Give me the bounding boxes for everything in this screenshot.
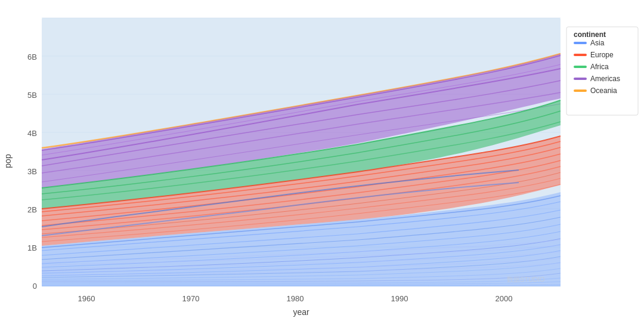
legend-color-americas <box>574 78 587 80</box>
x-axis-label: year <box>293 307 309 317</box>
y-tick-2: 2B <box>27 205 37 214</box>
chart-container: 0 1B 2B 3B 4B 5B 6B 1960 1970 1980 1990 … <box>0 0 644 318</box>
legend-title: continent <box>574 30 606 39</box>
y-tick-3: 3B <box>27 167 37 176</box>
y-tick-1: 1B <box>27 243 37 252</box>
legend-color-asia <box>574 42 587 44</box>
legend-color-africa <box>574 66 587 68</box>
legend-label-africa: Africa <box>590 63 609 71</box>
y-tick-6: 6B <box>27 53 37 61</box>
x-tick-1960: 1960 <box>78 294 95 303</box>
legend-color-europe <box>574 54 587 56</box>
x-tick-2000: 2000 <box>496 294 513 303</box>
y-tick-4: 4B <box>27 129 37 138</box>
x-tick-1980: 1980 <box>287 294 304 303</box>
legend-label-asia: Asia <box>590 39 605 47</box>
y-axis-label: pop <box>3 154 13 168</box>
x-tick-1970: 1970 <box>182 294 200 303</box>
x-tick-1990: 1990 <box>391 294 408 303</box>
legend-color-oceania <box>574 89 587 92</box>
watermark: 数据STUDIO <box>507 276 545 283</box>
legend-label-americas: Americas <box>590 75 620 83</box>
y-tick-0: 0 <box>33 282 37 291</box>
legend-label-europe: Europe <box>590 51 614 59</box>
legend-label-oceania: Oceania <box>590 87 617 95</box>
y-tick-5: 5B <box>27 91 37 100</box>
